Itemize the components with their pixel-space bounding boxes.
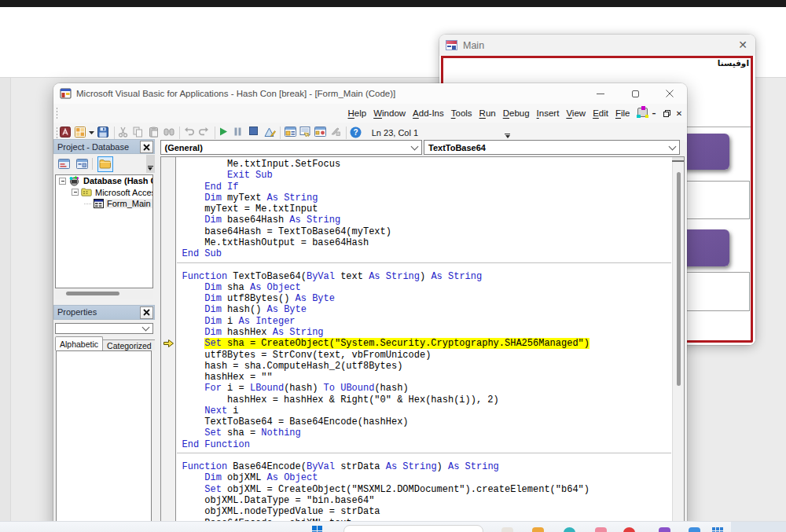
properties-panel-header[interactable]: Properties [53, 305, 155, 320]
menubar-drag-handle[interactable] [56, 107, 58, 119]
undo-icon[interactable] [183, 127, 196, 139]
procedure-selector-dropdown[interactable]: TextToBase64 [424, 140, 680, 155]
paste-icon[interactable] [149, 127, 161, 139]
save-icon[interactable] [97, 127, 110, 139]
cut-icon[interactable] [118, 127, 130, 139]
menu-items: HelpWindowAdd-InsToolsRunDebugInsertView… [344, 104, 634, 123]
form-window-titlebar[interactable]: Main ✕ [439, 35, 755, 56]
redo-icon[interactable] [199, 127, 211, 139]
menu-tools[interactable]: Tools [447, 108, 476, 118]
insert-object-icon[interactable] [75, 127, 95, 139]
toolbar-drag-handle[interactable] [56, 127, 58, 139]
reset-icon[interactable] [249, 127, 262, 139]
code-vscroll-thumb[interactable] [677, 172, 681, 386]
properties-panel-close-button[interactable] [140, 306, 153, 319]
app-purple-icon[interactable] [659, 527, 670, 532]
properties-object-selector[interactable] [55, 323, 153, 335]
chevron-down-icon [410, 142, 418, 150]
menu-file[interactable]: File [612, 108, 634, 118]
vba-close-button[interactable] [652, 83, 687, 104]
code-vscrollbar[interactable] [672, 157, 684, 532]
view-object-button[interactable] [74, 156, 90, 172]
app-salmon-icon[interactable] [595, 527, 607, 532]
vba-window-title: Microsoft Visual Basic for Applications … [76, 89, 395, 98]
app-blue-icon[interactable] [689, 527, 700, 532]
project-tree-hscroll-thumb[interactable] [66, 292, 119, 295]
tree-item-database-hash-con[interactable]: Database (Hash Con [56, 175, 152, 187]
code-line: Me.txtInput.SetFocus [177, 159, 672, 170]
child-restore-button[interactable] [660, 107, 673, 119]
app-red-icon[interactable] [623, 527, 635, 532]
code-line: End If [177, 182, 672, 193]
project-panel-header[interactable]: Project - Database [53, 139, 155, 154]
app-teal-icon[interactable] [564, 527, 575, 532]
code-line: objXML.nodeTypedValue = strData [177, 506, 672, 517]
form-close-button[interactable]: ✕ [735, 37, 751, 53]
folder-icon [81, 188, 92, 196]
properties-panel: Properties Alphabetic Categorized [53, 305, 155, 532]
windows-start-button[interactable] [312, 526, 322, 532]
tab-alphabetic[interactable]: Alphabetic [55, 336, 103, 350]
tree-item-form-main[interactable]: Form_Main [56, 198, 152, 210]
project-explorer-icon[interactable] [285, 127, 297, 139]
app-amber-icon[interactable] [532, 527, 544, 532]
code-line: Function Base64Encode(ByVal strData As S… [177, 461, 672, 472]
app-grid-blue-icon[interactable] [712, 527, 724, 532]
code-line: Dim base64Hash As String [177, 215, 672, 226]
chevron-down-icon [141, 323, 149, 331]
menu-view[interactable]: View [563, 108, 590, 118]
background-left-strip [0, 78, 11, 521]
vba-maximize-button[interactable] [618, 83, 652, 104]
vba-child-window-icon[interactable] [637, 108, 648, 117]
code-split-handle[interactable] [672, 157, 684, 162]
tree-item-label[interactable]: Microsoft Access Cl [94, 188, 153, 197]
form-icon [446, 40, 457, 50]
menu-addins[interactable]: Add-Ins [410, 108, 448, 118]
tree-collapse-box[interactable] [59, 178, 66, 185]
menu-edit[interactable]: Edit [590, 108, 612, 118]
tree-collapse-box[interactable] [72, 189, 79, 196]
project-panel-close-button[interactable] [140, 141, 153, 153]
code-line: For i = LBound(hash) To UBound(hash) [177, 383, 672, 394]
child-minimize-button[interactable]: – [648, 107, 660, 119]
project-tree-hscrollbar[interactable] [55, 289, 153, 299]
menu-run[interactable]: Run [476, 108, 499, 118]
design-mode-icon[interactable] [264, 127, 277, 139]
toggle-folders-button[interactable] [97, 156, 113, 172]
menu-insert[interactable]: Insert [533, 108, 563, 118]
copy-icon[interactable] [133, 127, 145, 139]
object-browser-icon[interactable] [314, 127, 327, 139]
vba-minimize-button[interactable] [583, 83, 618, 104]
view-access-icon[interactable] [60, 127, 72, 139]
vba-titlebar[interactable]: Microsoft Visual Basic for Applications … [53, 83, 687, 104]
tab-categorized[interactable]: Categorized [103, 339, 154, 350]
find-icon[interactable] [163, 127, 176, 139]
object-selector-dropdown[interactable]: (General) [160, 140, 422, 155]
toolbox-icon[interactable] [330, 127, 343, 139]
break-icon[interactable] [233, 127, 246, 139]
tree-connector [84, 204, 91, 204]
tree-item-microsoft-access-cl[interactable]: Microsoft Access Cl [56, 187, 152, 199]
desktop: Main ✕ اوفيسنا Microsoft Visual Ba [0, 0, 786, 532]
menu-debug[interactable]: Debug [499, 108, 533, 118]
properties-window-icon[interactable] [299, 127, 312, 139]
help-icon[interactable]: ? [350, 127, 362, 139]
code-text[interactable]: Me.txtInput.SetFocus Exit Sub End If Dim… [177, 159, 672, 532]
chevron-down-icon [669, 142, 677, 150]
project-toolbar-overflow[interactable] [146, 155, 155, 173]
menu-help[interactable]: Help [344, 108, 370, 118]
run-icon[interactable] [219, 127, 231, 139]
tree-item-label[interactable]: Form_Main [105, 199, 152, 208]
child-close-button[interactable]: ✕ [673, 107, 685, 119]
menu-window[interactable]: Window [370, 108, 410, 118]
tree-item-label[interactable]: Database (Hash Con [82, 176, 153, 185]
code-editor[interactable]: Me.txtInput.SetFocus Exit Sub End If Dim… [160, 156, 685, 532]
view-code-button[interactable] [56, 156, 72, 172]
properties-list[interactable] [56, 350, 152, 532]
taskbar-tray-area[interactable] [731, 522, 786, 532]
vba-ide-window: Microsoft Visual Basic for Applications … [53, 83, 687, 532]
app-pale-icon[interactable] [501, 527, 513, 532]
taskbar-search-box[interactable] [343, 525, 483, 532]
code-line: Exit Sub [177, 170, 672, 181]
project-icon [68, 175, 80, 186]
